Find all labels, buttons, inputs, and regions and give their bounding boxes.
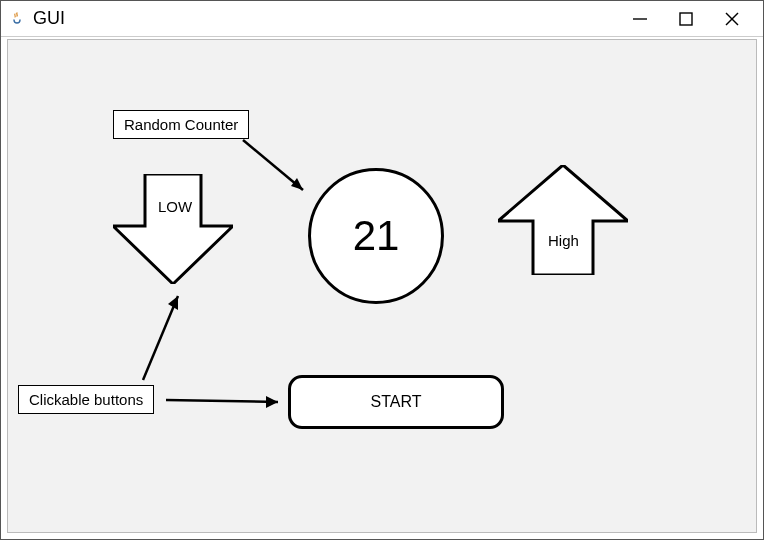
- maximize-button[interactable]: [663, 5, 709, 33]
- window-title: GUI: [33, 8, 617, 29]
- java-icon: [9, 11, 25, 27]
- svg-marker-9: [168, 296, 178, 310]
- svg-rect-1: [680, 13, 692, 25]
- counter-display: 21: [308, 168, 444, 304]
- app-window: GUI Random Counter Clickable buttons LOW: [0, 0, 764, 540]
- svg-marker-7: [291, 178, 303, 190]
- svg-line-8: [143, 296, 178, 380]
- content-panel: Random Counter Clickable buttons LOW Hig…: [7, 39, 757, 533]
- start-button[interactable]: START: [288, 375, 504, 429]
- label-clickable-buttons: Clickable buttons: [18, 385, 154, 414]
- svg-line-6: [243, 140, 303, 190]
- svg-line-10: [166, 400, 278, 402]
- high-button[interactable]: [498, 165, 628, 279]
- close-button[interactable]: [709, 5, 755, 33]
- svg-marker-4: [113, 174, 233, 284]
- minimize-button[interactable]: [617, 5, 663, 33]
- low-button[interactable]: [113, 174, 233, 288]
- title-bar: GUI: [1, 1, 763, 37]
- svg-marker-5: [498, 165, 628, 275]
- svg-marker-11: [266, 396, 278, 408]
- label-random-counter: Random Counter: [113, 110, 249, 139]
